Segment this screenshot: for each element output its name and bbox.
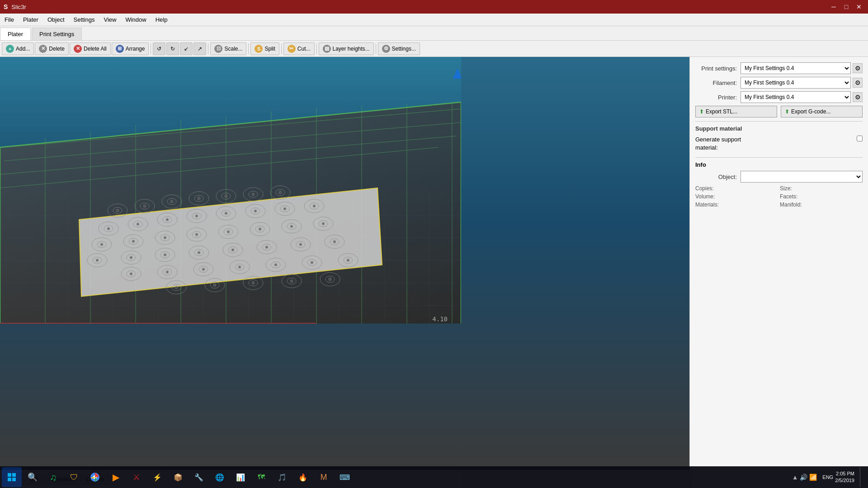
svg-point-158 <box>290 280 293 282</box>
svg-point-74 <box>283 207 286 210</box>
menu-settings[interactable]: Settings <box>69 14 99 25</box>
add-button[interactable]: + Add... <box>2 42 34 55</box>
taskbar: 🔍 ♫ 🛡 ▶ ⚔ ⚡ 📦 🔧 🌐 📊 🗺 🎵 🔥 M ⌨ ▲ 🔊 📶 ENG … <box>0 466 868 488</box>
svg-point-113 <box>198 251 200 254</box>
layer-heights-button[interactable]: ▤ Layer heights... <box>319 42 374 55</box>
app-arduino-button[interactable]: ⚡ <box>147 467 167 487</box>
filament-gear[interactable]: ⚙ <box>853 78 863 88</box>
app-stats-button[interactable]: 📊 <box>231 467 250 487</box>
app-matlab-button[interactable]: M <box>314 467 334 487</box>
menu-plater[interactable]: Plater <box>19 14 43 25</box>
system-tray: ▲ 🔊 📶 ENG 2:05 PM 2/5/2019 <box>788 467 866 487</box>
app-winrar-button[interactable]: 📦 <box>168 467 188 487</box>
search-button[interactable]: 🔍 <box>23 467 42 487</box>
clock-time: 2:05 PM <box>835 470 854 477</box>
settings-button[interactable]: ⚙ Settings... <box>378 42 420 55</box>
delete-all-label: Delete All <box>84 46 107 52</box>
split-icon: S <box>255 45 263 53</box>
svg-point-131 <box>166 271 169 273</box>
maximize-button[interactable]: □ <box>841 2 852 11</box>
spotify-button[interactable]: ♫ <box>43 467 63 487</box>
menu-window[interactable]: Window <box>121 14 151 25</box>
svg-point-134 <box>202 268 205 271</box>
scale-button[interactable]: ⊡ Scale... <box>210 42 246 55</box>
vlc-button[interactable]: ▶ <box>106 467 126 487</box>
object-select[interactable] <box>741 171 863 183</box>
delete-button[interactable]: ✕ Delete <box>35 42 69 55</box>
print-settings-select[interactable]: My First Settings 0.4 <box>741 62 851 74</box>
filament-select[interactable]: My First Settings 0.4 <box>741 77 851 89</box>
delete-all-button[interactable]: ✕ Delete All <box>70 42 111 55</box>
app-music-button[interactable]: 🎵 <box>272 467 292 487</box>
settings-icon: ⚙ <box>382 45 390 53</box>
filament-label: Filament: <box>695 80 741 86</box>
separator-1 <box>151 43 151 54</box>
app-terminal-button[interactable]: ⌨ <box>335 467 354 487</box>
rotate-cw-button[interactable]: ↻ <box>166 42 179 55</box>
menu-view[interactable]: View <box>99 14 121 25</box>
support-material-title: Support material <box>695 125 863 132</box>
materials-label: Materials: <box>695 202 719 208</box>
windows-icon <box>7 473 16 482</box>
export-stl-button[interactable]: ⬆ Export STL... <box>695 106 777 117</box>
rotate-right-button[interactable]: ↗ <box>193 42 206 55</box>
object-label: Object: <box>695 174 741 180</box>
arrange-label: Arrange <box>126 46 145 52</box>
cut-icon: ✂ <box>288 45 296 53</box>
rotate-ccw-button[interactable]: ↺ <box>153 42 165 55</box>
start-button[interactable] <box>2 467 22 487</box>
svg-point-83 <box>132 240 135 243</box>
viewport-background: 4.10 <box>0 57 689 470</box>
svg-point-107 <box>130 256 132 259</box>
svg-point-80 <box>100 243 103 246</box>
close-button[interactable]: ✕ <box>854 2 864 11</box>
minimize-button[interactable]: ─ <box>828 2 839 11</box>
svg-point-44 <box>198 197 200 200</box>
menu-help[interactable]: Help <box>151 14 172 25</box>
bed-svg: 4.10 <box>0 57 461 324</box>
show-desktop[interactable] <box>860 467 863 487</box>
split-button[interactable]: S Split <box>250 42 279 55</box>
app-slic3r-button[interactable]: 🔧 <box>189 467 209 487</box>
separator-4 <box>281 43 282 54</box>
svg-point-71 <box>254 210 257 212</box>
cut-label: Cut... <box>297 46 311 52</box>
export-gcode-button[interactable]: ⬆ Export G-code... <box>781 106 863 117</box>
svg-point-77 <box>313 205 316 207</box>
delete-icon: ✕ <box>39 45 47 53</box>
app-vpn-button[interactable]: 🌐 <box>210 467 230 487</box>
add-label: Add... <box>16 46 30 52</box>
manifold-label: Manifold: <box>780 202 802 208</box>
add-icon: + <box>6 45 14 53</box>
delete-label: Delete <box>49 46 65 52</box>
menu-file[interactable]: File <box>0 14 19 25</box>
arrange-button[interactable]: ⊞ Arrange <box>112 42 149 55</box>
menu-object[interactable]: Object <box>43 14 69 25</box>
tab-print-settings[interactable]: Print Settings <box>32 28 82 40</box>
size-label: Size: <box>780 185 792 192</box>
app-fire-button[interactable]: 🔥 <box>293 467 313 487</box>
tray-icons: ▲ 🔊 📶 <box>792 474 817 481</box>
printer-select[interactable]: My First Settings 0.4 <box>741 91 851 103</box>
svg-point-143 <box>311 261 313 264</box>
svg-point-98 <box>290 225 293 228</box>
right-panel: Print settings: My First Settings 0.4 ⚙ … <box>689 57 868 470</box>
svg-point-50 <box>252 193 255 196</box>
filament-row: Filament: My First Settings 0.4 ⚙ <box>695 77 863 89</box>
svg-point-95 <box>259 228 261 230</box>
antivirus-button[interactable]: 🛡 <box>64 467 84 487</box>
export-stl-icon: ⬆ <box>699 108 704 115</box>
rotate-left-button[interactable]: ↙ <box>180 42 193 55</box>
generate-support-label: Generate supportmaterial: <box>695 136 741 152</box>
viewport-3d[interactable]: 4.10 <box>0 57 689 470</box>
app-samurai-button[interactable]: ⚔ <box>127 467 146 487</box>
printer-gear[interactable]: ⚙ <box>853 92 863 102</box>
svg-point-140 <box>274 263 277 266</box>
facets-cell: Facets: <box>780 193 863 200</box>
print-settings-gear[interactable]: ⚙ <box>853 63 863 73</box>
cut-button[interactable]: ✂ Cut... <box>283 42 315 55</box>
chrome-button[interactable] <box>85 467 105 487</box>
tab-plater[interactable]: Plater <box>0 28 31 40</box>
app-maps-button[interactable]: 🗺 <box>251 467 271 487</box>
generate-support-checkbox[interactable] <box>857 136 863 141</box>
